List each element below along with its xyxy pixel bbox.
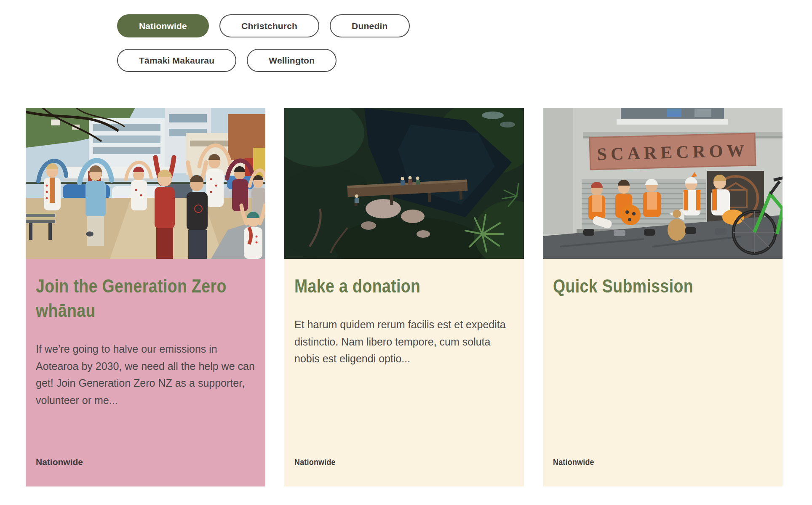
card-region-tag: Nationwide	[36, 457, 255, 467]
filter-christchurch[interactable]: Christchurch	[219, 14, 319, 37]
card-excerpt: Et harum quidem rerum facilis est et exp…	[294, 316, 514, 367]
card-body: Make a donation Et harum quidem rerum fa…	[284, 259, 524, 486]
scarecrow-sign-text: SCARECROW	[597, 141, 748, 164]
filter-tamaki-makaurau[interactable]: Tāmaki Makaurau	[117, 49, 236, 72]
card-image-scarecrow-group: SCARECROW	[543, 108, 783, 259]
card-title: Quick Submission	[553, 274, 773, 298]
filter-row-1: Nationwide Christchurch Dunedin	[117, 14, 410, 37]
card-body: Quick Submission Nationwide	[543, 259, 783, 486]
card-image-forest-bridge	[284, 108, 524, 259]
card-make-a-donation[interactable]: Make a donation Et harum quidem rerum fa…	[284, 108, 524, 486]
action-card-grid: Join the Generation Zero whānau If we’re…	[26, 108, 783, 486]
region-filters: Nationwide Christchurch Dunedin Tāmaki M…	[117, 14, 410, 72]
card-quick-submission[interactable]: SCARECROW	[543, 108, 783, 486]
card-region-tag: Nationwide	[294, 457, 515, 467]
card-image-people-street	[26, 108, 265, 259]
filter-dunedin[interactable]: Dunedin	[330, 14, 409, 37]
card-title: Join the Generation Zero whānau	[36, 274, 256, 323]
card-excerpt: If we’re going to halve our emissions in…	[36, 340, 255, 409]
filter-nationwide[interactable]: Nationwide	[117, 14, 209, 37]
card-join-generation-zero[interactable]: Join the Generation Zero whānau If we’re…	[26, 108, 265, 486]
card-body: Join the Generation Zero whānau If we’re…	[26, 259, 265, 486]
page: Nationwide Christchurch Dunedin Tāmaki M…	[0, 0, 812, 505]
card-region-tag: Nationwide	[553, 457, 773, 467]
filter-wellington[interactable]: Wellington	[247, 49, 337, 72]
filter-row-2: Tāmaki Makaurau Wellington	[117, 49, 410, 72]
card-title: Make a donation	[294, 274, 515, 298]
